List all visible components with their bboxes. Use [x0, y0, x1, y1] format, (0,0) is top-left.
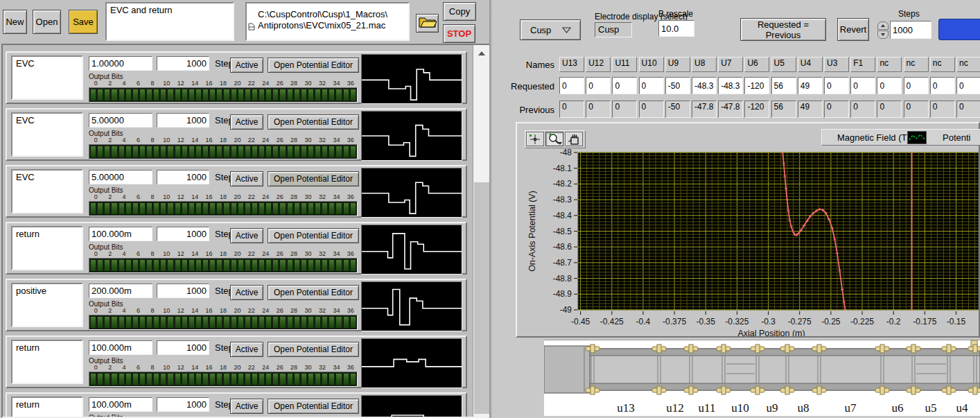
output-bit-led[interactable] [223, 89, 229, 101]
output-bit-led[interactable] [202, 89, 209, 101]
output-bit-led[interactable] [252, 316, 258, 329]
graph-legend[interactable]: Magnetic Field (T) Potenti [821, 129, 980, 146]
output-bit-led[interactable] [132, 89, 139, 101]
output-bit-led[interactable] [111, 259, 117, 272]
output-bit-led[interactable] [335, 146, 342, 158]
output-bit-led[interactable] [265, 316, 272, 329]
output-bit-led[interactable] [160, 89, 166, 101]
requested-value-cell[interactable] [877, 77, 902, 94]
output-bit-led[interactable] [322, 259, 328, 272]
output-bit-led[interactable] [167, 89, 173, 101]
output-bit-led[interactable] [182, 259, 188, 272]
steps-field[interactable] [157, 397, 209, 412]
macro-step-name-field[interactable]: return [11, 340, 83, 384]
output-bit-led[interactable] [97, 373, 103, 385]
active-button[interactable]: Active [230, 114, 263, 130]
steps-decrement-button[interactable] [877, 31, 889, 39]
output-bit-led[interactable] [202, 373, 209, 385]
output-bit-led[interactable] [146, 259, 152, 272]
output-bit-led[interactable] [132, 373, 139, 385]
output-bit-led[interactable] [97, 316, 103, 329]
output-bit-led[interactable] [167, 316, 173, 329]
output-bit-led[interactable] [153, 373, 159, 385]
output-bit-led[interactable] [322, 316, 328, 329]
output-bit-led[interactable] [195, 259, 202, 272]
output-bit-led[interactable] [294, 202, 300, 215]
output-bit-led[interactable] [259, 89, 265, 101]
output-bit-led[interactable] [90, 146, 96, 158]
active-button[interactable]: Active [230, 171, 263, 186]
output-bit-led[interactable] [139, 316, 146, 329]
output-bit-led[interactable] [294, 89, 300, 101]
requested-value-cell[interactable] [692, 77, 717, 94]
output-bit-led[interactable] [329, 316, 335, 329]
output-bit-led[interactable] [195, 146, 202, 158]
requested-value-cell[interactable] [586, 77, 611, 94]
output-bit-led[interactable] [245, 89, 251, 101]
output-bit-led[interactable] [301, 89, 307, 101]
output-bit-led[interactable] [167, 146, 173, 158]
copy-button[interactable]: Copy [443, 2, 476, 21]
output-bit-led[interactable] [202, 259, 209, 272]
output-bit-led[interactable] [238, 259, 244, 272]
steps-input[interactable] [890, 21, 931, 39]
output-bit-led[interactable] [160, 146, 166, 158]
output-bit-led[interactable] [315, 89, 321, 101]
output-bit-led[interactable] [223, 202, 229, 215]
requested-value-cell[interactable] [559, 77, 584, 94]
macro-list-scrollbar[interactable] [473, 45, 489, 417]
output-bit-led[interactable] [139, 259, 146, 272]
output-bit-led[interactable] [175, 202, 181, 215]
requested-value-cell[interactable] [850, 77, 875, 94]
open-button[interactable]: Open [33, 10, 61, 34]
output-bit-led[interactable] [231, 202, 237, 215]
output-bit-led[interactable] [343, 202, 349, 215]
output-bit-led[interactable] [119, 202, 125, 215]
output-bit-led[interactable] [294, 146, 300, 158]
output-bit-led[interactable] [259, 373, 265, 385]
output-bit-led[interactable] [265, 89, 272, 101]
output-bit-led[interactable] [132, 259, 139, 272]
output-bit-led[interactable] [343, 259, 349, 272]
output-bit-led[interactable] [350, 146, 356, 158]
output-bit-led[interactable] [97, 89, 103, 101]
pan-hand-tool-button[interactable] [565, 132, 583, 146]
output-bit-led[interactable] [287, 259, 293, 272]
output-bit-led[interactable] [209, 259, 216, 272]
output-bit-led[interactable] [343, 316, 349, 329]
output-bit-led[interactable] [238, 316, 244, 329]
output-bit-led[interactable] [259, 202, 265, 215]
output-bit-led[interactable] [167, 259, 173, 272]
macro-step-name-field[interactable]: positive [11, 283, 83, 327]
output-bit-led[interactable] [279, 316, 286, 329]
output-bit-led[interactable] [202, 202, 209, 215]
output-bit-led[interactable] [265, 373, 272, 385]
requested-value-cell[interactable] [744, 77, 769, 94]
output-bit-led[interactable] [125, 89, 132, 101]
output-bit-led[interactable] [272, 316, 279, 329]
output-bit-led[interactable] [287, 146, 293, 158]
requested-value-cell[interactable] [771, 77, 796, 94]
steps-field[interactable] [157, 113, 209, 128]
output-bit-led[interactable] [195, 89, 202, 101]
macro-step-name-field[interactable]: EVC [11, 169, 83, 214]
output-bit-led[interactable] [202, 146, 209, 158]
output-bit-led[interactable] [160, 202, 166, 215]
output-bit-led[interactable] [315, 259, 321, 272]
revert-button[interactable]: Revert [837, 18, 869, 41]
output-bit-led[interactable] [245, 316, 251, 329]
output-bit-led[interactable] [209, 373, 216, 385]
requested-value-cell[interactable] [665, 77, 690, 94]
output-bit-led[interactable] [272, 89, 279, 101]
open-potential-editor-button[interactable]: Open Potential Editor [268, 399, 359, 414]
electrode-display-value[interactable]: Cusp [595, 22, 632, 37]
output-bit-led[interactable] [223, 373, 229, 385]
output-bit-led[interactable] [259, 316, 265, 329]
output-bit-led[interactable] [125, 146, 132, 158]
output-bit-led[interactable] [119, 89, 125, 101]
macro-step-name-field[interactable]: return [11, 397, 83, 418]
output-bit-led[interactable] [153, 89, 159, 101]
output-bit-led[interactable] [175, 89, 181, 101]
save-button[interactable]: Save [69, 10, 98, 34]
output-bit-led[interactable] [104, 202, 110, 215]
